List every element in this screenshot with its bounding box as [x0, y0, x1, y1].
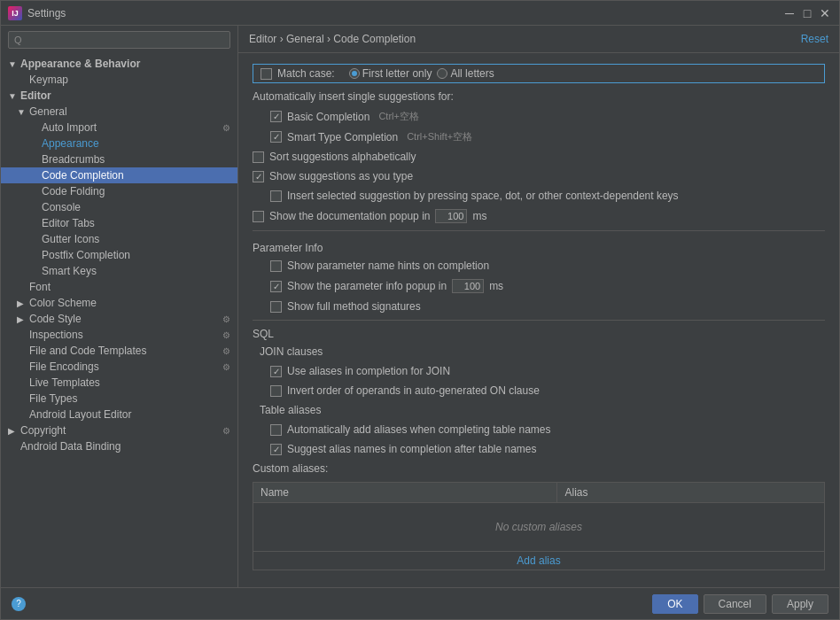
- sidebar-item-file-encodings[interactable]: File Encodings ⚙: [1, 359, 237, 375]
- sidebar-item-android-layout-editor[interactable]: Android Layout Editor: [1, 407, 237, 422]
- param-info-popup-checkbox[interactable]: [270, 281, 282, 292]
- full-method-checkbox[interactable]: [270, 301, 282, 313]
- table-aliases-label-row: Table aliases: [260, 404, 825, 416]
- radio-all-letters[interactable]: All letters: [437, 67, 494, 80]
- ok-button[interactable]: OK: [652, 594, 697, 614]
- use-aliases-label[interactable]: Use aliases in completion for JOIN: [270, 365, 450, 377]
- invert-operands-label[interactable]: Invert order of operands in auto-generat…: [270, 384, 540, 397]
- show-docs-label[interactable]: Show the documentation popup in: [253, 210, 430, 222]
- arrow-icon: ▶: [17, 298, 26, 308]
- auto-add-aliases-checkbox[interactable]: [270, 424, 282, 436]
- param-info-popup-text: Show the parameter info popup in: [287, 280, 447, 292]
- cancel-button[interactable]: Cancel: [704, 594, 766, 614]
- sidebar-item-appearance-behavior[interactable]: ▼ Appearance & Behavior: [1, 56, 237, 72]
- arrow-icon: ▼: [8, 59, 17, 69]
- settings-icon: ⚙: [222, 123, 230, 133]
- basic-completion-checkbox[interactable]: [270, 111, 282, 122]
- insert-selected-checkbox[interactable]: [270, 190, 282, 202]
- auto-insert-label: Automatically insert single suggestions …: [253, 90, 454, 103]
- sidebar-item-keymap[interactable]: Keymap: [1, 72, 237, 88]
- sidebar-item-label: Postfix Completion: [42, 249, 130, 261]
- sidebar-item-code-folding[interactable]: Code Folding: [1, 183, 237, 199]
- show-docs-row: Show the documentation popup in ms: [253, 209, 825, 223]
- sidebar-item-breadcrumbs[interactable]: Breadcrumbs: [1, 151, 237, 167]
- minimize-button[interactable]: ─: [782, 6, 797, 20]
- sidebar-item-label: Color Scheme: [29, 297, 97, 309]
- sidebar-item-editor-tabs[interactable]: Editor Tabs: [1, 215, 237, 231]
- sidebar-item-code-completion[interactable]: Code Completion: [1, 167, 237, 183]
- title-bar: IJ Settings ─ □ ✕: [1, 1, 839, 26]
- add-alias-row: Add alias: [253, 552, 825, 570]
- sidebar-item-label: Smart Keys: [42, 265, 97, 277]
- show-docs-ms-input[interactable]: [435, 209, 467, 223]
- insert-selected-label[interactable]: Insert selected suggestion by pressing s…: [270, 190, 679, 202]
- match-case-label[interactable]: Match case:: [261, 67, 335, 80]
- sidebar-item-console[interactable]: Console: [1, 199, 237, 215]
- param-info-ms-input[interactable]: [452, 279, 484, 293]
- sidebar-item-smart-keys[interactable]: Smart Keys: [1, 263, 237, 279]
- show-suggestions-checkbox[interactable]: [253, 171, 264, 182]
- apply-button[interactable]: Apply: [772, 594, 828, 614]
- basic-completion-label[interactable]: Basic Completion: [270, 111, 369, 123]
- sidebar-item-color-scheme[interactable]: ▶ Color Scheme: [1, 295, 237, 311]
- sidebar-item-live-templates[interactable]: Live Templates: [1, 375, 237, 391]
- help-button[interactable]: ?: [12, 597, 26, 611]
- insert-selected-text: Insert selected suggestion by pressing s…: [287, 190, 679, 202]
- sort-suggestions-label[interactable]: Sort suggestions alphabetically: [253, 151, 416, 163]
- settings-icon: ⚙: [222, 314, 230, 324]
- show-suggestions-label[interactable]: Show suggestions as you type: [253, 170, 413, 182]
- full-method-label[interactable]: Show full method signatures: [270, 300, 421, 313]
- smart-type-label[interactable]: Smart Type Completion: [270, 131, 398, 143]
- basic-completion-text: Basic Completion: [287, 111, 369, 123]
- smart-type-shortcut: Ctrl+Shift+空格: [407, 130, 472, 143]
- sidebar-item-label: Code Style: [29, 313, 82, 325]
- show-docs-checkbox[interactable]: [253, 211, 264, 222]
- suggest-alias-label[interactable]: Suggest alias names in completion after …: [270, 443, 537, 455]
- sidebar-item-inspections[interactable]: Inspections ⚙: [1, 327, 237, 343]
- suggest-alias-checkbox[interactable]: [270, 444, 282, 455]
- arrow-icon: ▼: [17, 107, 26, 117]
- search-input[interactable]: [26, 34, 224, 46]
- sidebar-item-postfix-completion[interactable]: Postfix Completion: [1, 247, 237, 263]
- settings-tree: ▼ Appearance & Behavior Keymap ▼ Editor …: [1, 54, 237, 587]
- sidebar-item-file-code-templates[interactable]: File and Code Templates ⚙: [1, 343, 237, 359]
- sidebar-item-android-data-binding[interactable]: Android Data Binding: [1, 438, 237, 454]
- radio-circle-first[interactable]: [349, 68, 360, 79]
- param-name-hints-checkbox[interactable]: [270, 260, 282, 272]
- sidebar-item-editor[interactable]: ▼ Editor: [1, 88, 237, 104]
- smart-type-row: Smart Type Completion Ctrl+Shift+空格: [253, 130, 825, 143]
- settings-icon: ⚙: [222, 362, 230, 372]
- match-case-checkbox[interactable]: [261, 68, 272, 80]
- sidebar-item-gutter-icons[interactable]: Gutter Icons: [1, 231, 237, 247]
- no-aliases-row: No custom aliases: [253, 503, 825, 552]
- sidebar-item-general[interactable]: ▼ General: [1, 104, 237, 120]
- sidebar-item-code-style[interactable]: ▶ Code Style ⚙: [1, 311, 237, 327]
- table-aliases-text: Table aliases: [260, 404, 321, 416]
- reset-link[interactable]: Reset: [801, 33, 828, 45]
- breadcrumb-bar: Editor › General › Code Completion Reset: [238, 26, 839, 53]
- basic-completion-row: Basic Completion Ctrl+空格: [253, 110, 825, 123]
- sidebar-item-label: Android Layout Editor: [29, 408, 131, 421]
- auto-add-aliases-label[interactable]: Automatically add aliases when completin…: [270, 423, 551, 436]
- param-info-popup-label[interactable]: Show the parameter info popup in: [270, 280, 447, 292]
- radio-first-letter[interactable]: First letter only: [349, 67, 432, 80]
- sidebar-item-label: Breadcrumbs: [42, 153, 105, 166]
- sort-suggestions-checkbox[interactable]: [253, 151, 264, 163]
- sidebar-item-appearance[interactable]: Appearance: [1, 136, 237, 151]
- close-button[interactable]: ✕: [818, 6, 832, 20]
- sidebar-item-file-types[interactable]: File Types: [1, 391, 237, 407]
- add-alias-link[interactable]: Add alias: [517, 554, 560, 567]
- search-box[interactable]: Q: [8, 31, 230, 49]
- match-case-box: Match case: First letter only All letter…: [253, 64, 825, 83]
- radio-circle-all[interactable]: [437, 68, 447, 79]
- match-case-text: Match case:: [277, 67, 335, 80]
- smart-type-checkbox[interactable]: [270, 131, 282, 143]
- invert-operands-checkbox[interactable]: [270, 385, 282, 397]
- sidebar-item-font[interactable]: Font: [1, 279, 237, 295]
- param-name-hints-label[interactable]: Show parameter name hints on completion: [270, 260, 489, 272]
- maximize-button[interactable]: □: [800, 6, 814, 20]
- insert-selected-row: Insert selected suggestion by pressing s…: [253, 190, 825, 202]
- sidebar-item-auto-import[interactable]: Auto Import ⚙: [1, 120, 237, 136]
- use-aliases-checkbox[interactable]: [270, 366, 282, 377]
- sidebar-item-copyright[interactable]: ▶ Copyright ⚙: [1, 422, 237, 438]
